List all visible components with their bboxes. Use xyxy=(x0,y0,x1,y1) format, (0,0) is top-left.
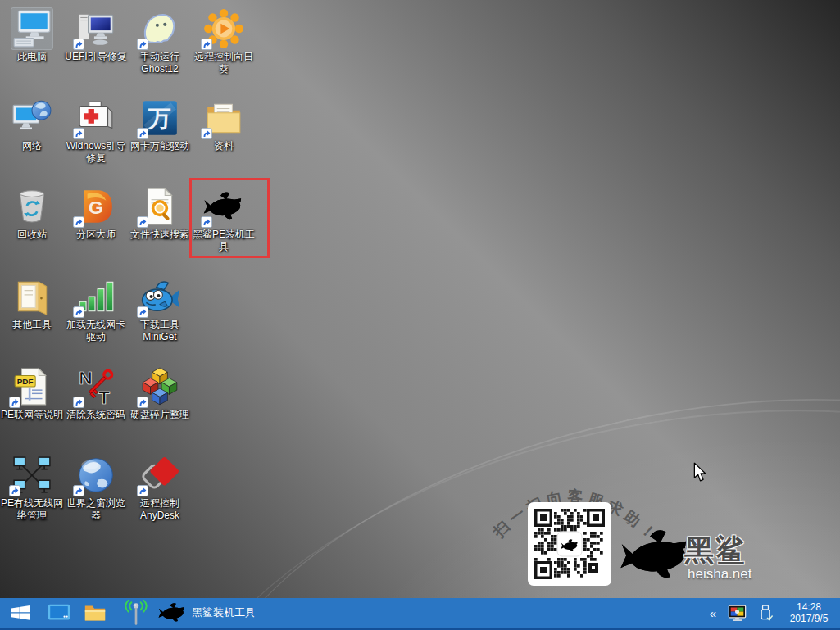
shortcut-arrow-icon xyxy=(73,485,84,496)
desktop-icon-label: 手动运行Ghost12 xyxy=(128,51,192,75)
desktop-icon-globe[interactable]: 世界之窗浏览器 xyxy=(64,455,128,522)
anydesk-icon xyxy=(139,455,180,496)
signal-bars-icon xyxy=(75,276,116,317)
wireless-button[interactable] xyxy=(119,597,153,629)
sunflower-icon xyxy=(203,8,244,49)
desktop-icon-label: Widnows引导修复 xyxy=(64,140,128,165)
taskbar: 黑鲨装机工具 « 14:28 2017/9/5 xyxy=(0,598,840,630)
highlight-rectangle xyxy=(189,178,270,258)
taskbar-app-label: 黑鲨装机工具 xyxy=(192,605,256,620)
desktop-icon-signal[interactable]: 加载无线网卡驱动 xyxy=(64,276,128,343)
shortcut-arrow-icon xyxy=(73,397,84,408)
shark-app-icon xyxy=(158,601,186,624)
show-hidden-icons-button[interactable]: « xyxy=(708,597,718,629)
desktop-icon-ntkey[interactable]: 清除系统密码 xyxy=(64,366,128,421)
desktop-icon-folder[interactable]: 资料 xyxy=(192,97,256,152)
desktop-icon-label: 网络 xyxy=(0,140,64,152)
desktop-icon-label: 分区大师 xyxy=(64,229,128,241)
desktop-icon-label: 下载工具MiniGet xyxy=(128,319,192,343)
system-tray: « 14:28 2017/9/5 xyxy=(708,597,840,629)
desktop-icon-label: 文件快速搜索 xyxy=(128,229,192,241)
desktop-icon-label: 此电脑 xyxy=(0,51,64,63)
shortcut-arrow-icon xyxy=(137,128,148,139)
desktop-icon-label: 回收站 xyxy=(0,229,64,241)
start-button[interactable] xyxy=(0,597,41,629)
taskbar-separator xyxy=(116,601,116,624)
desktop-icon-folder-open[interactable]: 其他工具 xyxy=(0,276,64,331)
wallpaper-swoosh xyxy=(87,332,840,630)
shortcut-arrow-icon xyxy=(137,397,148,408)
desktop-icon-pdf[interactable]: PE联网等说明 xyxy=(0,366,64,421)
desktop-icon-fish[interactable]: 下载工具MiniGet xyxy=(128,276,192,343)
desktop-icon-netmanage[interactable]: PE有线无线网络管理 xyxy=(0,455,64,522)
nt-password-key-icon xyxy=(75,366,116,407)
open-folder-icon xyxy=(11,276,52,317)
shortcut-arrow-icon xyxy=(137,485,148,496)
desktop-icon-defrag[interactable]: 硬盘碎片整理 xyxy=(128,366,192,421)
clock-time: 14:28 xyxy=(787,601,831,613)
display-settings-button[interactable] xyxy=(41,597,77,629)
brand-name: 黑鲨 xyxy=(684,531,747,571)
desktop-icon-label: 清除系统密码 xyxy=(64,409,128,421)
world-browser-icon xyxy=(75,455,116,496)
uefi-repair-icon xyxy=(75,8,116,49)
recycle-bin-icon xyxy=(11,186,52,227)
taskbar-clock[interactable]: 14:28 2017/9/5 xyxy=(783,601,834,624)
shortcut-arrow-icon xyxy=(73,216,84,228)
heisha-shark-logo-icon xyxy=(620,524,692,587)
desktop-icon-anydesk[interactable]: 远程控制AnyDesk xyxy=(128,455,192,522)
shortcut-arrow-icon xyxy=(201,39,212,50)
desktop-icon-label: UEFI引导修复 xyxy=(64,51,128,63)
defrag-cubes-icon xyxy=(139,366,180,407)
shortcut-arrow-icon xyxy=(137,39,148,50)
desktop-icon-recycle[interactable]: 回收站 xyxy=(0,186,64,241)
mouse-cursor xyxy=(692,461,708,484)
desktop-icon-label: 其他工具 xyxy=(0,319,64,331)
desktop-icon-label: 远程控制AnyDesk xyxy=(128,497,192,522)
qr-code xyxy=(528,502,611,586)
first-aid-kit-icon xyxy=(75,97,116,138)
diskgenius-icon xyxy=(75,186,116,227)
desktop-icon-label: 加载无线网卡驱动 xyxy=(64,319,128,343)
shortcut-arrow-icon xyxy=(201,128,212,139)
shortcut-arrow-icon xyxy=(73,128,84,139)
shortcut-arrow-icon xyxy=(9,485,20,496)
brand-site: heisha.net xyxy=(688,566,751,582)
desktop-icon-ghost[interactable]: 手动运行Ghost12 xyxy=(128,8,192,75)
pdf-document-icon xyxy=(11,366,52,407)
desktop-icon-label: 网卡万能驱动 xyxy=(128,140,192,152)
desktop-icon-label: PE有线无线网络管理 xyxy=(0,497,64,522)
desktop-icon-filesearch[interactable]: 文件快速搜索 xyxy=(128,186,192,241)
network-icon xyxy=(11,97,52,138)
shortcut-arrow-icon xyxy=(73,39,84,50)
desktop-icon-aidkit[interactable]: Widnows引导修复 xyxy=(64,97,128,165)
desktop-icon-wan[interactable]: 网卡万能驱动 xyxy=(128,97,192,152)
desktop-icon-label: 远程控制向日葵 xyxy=(192,51,256,75)
folder-icon xyxy=(203,97,244,138)
desktop-icon-label: 硬盘碎片整理 xyxy=(128,409,192,421)
blue-fish-icon xyxy=(139,276,180,317)
desktop-icon-label: 资料 xyxy=(192,140,256,152)
usb-tray-icon[interactable] xyxy=(756,603,774,623)
shortcut-arrow-icon xyxy=(137,306,148,318)
desktop-icon-dg[interactable]: 分区大师 xyxy=(64,186,128,241)
file-explorer-button[interactable] xyxy=(77,597,113,629)
nic-driver-icon xyxy=(139,97,180,138)
shortcut-arrow-icon xyxy=(9,397,20,408)
display-icon xyxy=(47,601,71,625)
desktop-icon-uefi[interactable]: UEFI引导修复 xyxy=(64,8,128,63)
display-color-tray-icon[interactable] xyxy=(727,603,747,623)
windows-logo-icon xyxy=(9,601,32,624)
desktop-icon-network[interactable]: 网络 xyxy=(0,97,64,152)
shortcut-arrow-icon xyxy=(137,216,148,228)
taskbar-app-heisha-installer[interactable]: 黑鲨装机工具 xyxy=(153,597,266,629)
file-search-icon xyxy=(139,186,180,227)
clock-date: 2017/9/5 xyxy=(787,613,831,624)
desktop-icon-this-pc[interactable]: 此电脑 xyxy=(0,8,64,63)
desktop-icon-label: 世界之窗浏览器 xyxy=(64,497,128,522)
desktop-screen: 万 xyxy=(0,0,840,630)
desktop-icon-sunflower[interactable]: 远程控制向日葵 xyxy=(192,8,256,75)
shortcut-arrow-icon xyxy=(73,306,84,318)
ghost-icon xyxy=(139,8,180,49)
wifi-antenna-icon xyxy=(123,599,149,627)
